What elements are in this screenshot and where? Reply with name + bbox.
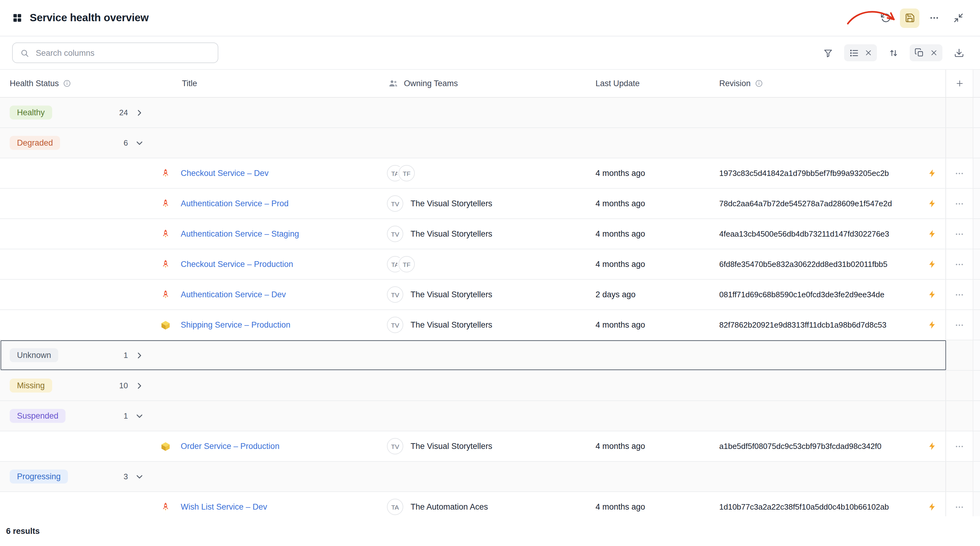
- scrollbar-gutter: [973, 280, 980, 309]
- info-icon[interactable]: [63, 80, 71, 88]
- group-count: 1: [124, 411, 128, 420]
- row-menu-button[interactable]: [955, 320, 964, 330]
- cards-chip[interactable]: [910, 44, 942, 61]
- row-menu-button[interactable]: [955, 502, 964, 512]
- team-label: The Visual Storytellers: [410, 290, 492, 299]
- table-row[interactable]: Wish List Service – Dev TA The Automatio…: [0, 492, 980, 516]
- group-row[interactable]: Missing 10: [0, 371, 980, 401]
- revision-hash: 4feaa13cb4500e56db4db73211d147fd302276e3: [719, 229, 889, 239]
- add-column-button[interactable]: [955, 79, 964, 88]
- close-icon[interactable]: [927, 45, 940, 60]
- scrollbar-gutter: [973, 249, 980, 279]
- team-avatar[interactable]: TA: [387, 499, 403, 515]
- team-avatar[interactable]: TV: [387, 317, 403, 333]
- rocket-icon: [160, 228, 171, 239]
- search-box[interactable]: [12, 43, 218, 63]
- chevron-right-icon[interactable]: [135, 381, 144, 390]
- team-avatar[interactable]: TV: [387, 195, 403, 212]
- team-label: The Automation Aces: [410, 502, 488, 511]
- last-update: 4 months ago: [595, 502, 645, 511]
- search-input[interactable]: [35, 48, 210, 58]
- close-icon[interactable]: [862, 45, 875, 60]
- service-title-link[interactable]: Authentication Service – Prod: [181, 199, 289, 208]
- team-avatar[interactable]: TV: [387, 438, 403, 454]
- service-title-link[interactable]: Authentication Service – Staging: [181, 229, 299, 239]
- team-avatars: TATF: [387, 256, 415, 272]
- group-by-chip[interactable]: [844, 44, 877, 61]
- row-menu-button[interactable]: [955, 199, 964, 209]
- lightning-bolt-button[interactable]: [928, 442, 937, 451]
- table-row[interactable]: Authentication Service – Dev TV The Visu…: [0, 280, 980, 310]
- column-owning-teams: Owning Teams: [404, 79, 458, 88]
- team-avatar[interactable]: TV: [387, 287, 403, 303]
- service-title-link[interactable]: Checkout Service – Production: [181, 259, 293, 269]
- chevron-down-icon[interactable]: [135, 411, 144, 421]
- service-title-link[interactable]: Order Service – Production: [181, 442, 280, 451]
- team-avatar[interactable]: TV: [387, 226, 403, 242]
- lightning-bolt-button[interactable]: [928, 199, 937, 208]
- undo-button[interactable]: [876, 8, 895, 28]
- table-row[interactable]: Order Service – Production TV The Visual…: [0, 431, 980, 462]
- group-count: 24: [119, 108, 128, 117]
- table-row[interactable]: Authentication Service – Staging TV The …: [0, 219, 980, 249]
- cards-icon[interactable]: [912, 45, 927, 60]
- table-row[interactable]: Checkout Service – Production TATF 4 mon…: [0, 249, 980, 280]
- lightning-bolt-button[interactable]: [928, 502, 937, 511]
- chevron-right-icon[interactable]: [135, 350, 144, 360]
- table-row[interactable]: Authentication Service – Prod TV The Vis…: [0, 189, 980, 219]
- info-icon[interactable]: [755, 80, 763, 88]
- teams-icon: [388, 78, 398, 89]
- row-menu-button[interactable]: [955, 259, 964, 269]
- chevron-right-icon[interactable]: [135, 108, 144, 118]
- service-title-link[interactable]: Authentication Service – Dev: [181, 290, 286, 299]
- row-menu-button[interactable]: [955, 441, 964, 451]
- column-health-status: Health Status: [10, 79, 59, 88]
- row-menu-button[interactable]: [955, 229, 964, 239]
- filter-button[interactable]: [819, 44, 837, 62]
- column-revision: Revision: [719, 79, 751, 88]
- scrollbar-gutter: [973, 462, 980, 492]
- status-badge: Degraded: [10, 136, 60, 150]
- group-row[interactable]: Degraded 6: [0, 128, 980, 158]
- download-button[interactable]: [950, 44, 968, 62]
- row-menu-button[interactable]: [955, 168, 964, 178]
- table-row[interactable]: Shipping Service – Production TV The Vis…: [0, 310, 980, 340]
- service-title-link[interactable]: Checkout Service – Dev: [181, 169, 269, 178]
- team-avatars: TV: [387, 195, 403, 212]
- lightning-bolt-button[interactable]: [928, 320, 937, 330]
- team-avatar[interactable]: TF: [398, 256, 415, 272]
- last-update: 2 days ago: [595, 290, 636, 299]
- table-header: Health Status Title Owning Teams Last Up…: [0, 69, 980, 98]
- scrollbar-gutter: [973, 310, 980, 340]
- group-row[interactable]: Progressing 3: [0, 462, 980, 492]
- group-row[interactable]: Unknown 1: [0, 340, 980, 371]
- chevron-down-icon[interactable]: [135, 472, 144, 481]
- lightning-bolt-button[interactable]: [928, 229, 937, 239]
- service-title-link[interactable]: Wish List Service – Dev: [181, 502, 267, 511]
- lightning-bolt-button[interactable]: [928, 169, 937, 178]
- save-button[interactable]: [900, 8, 920, 28]
- service-title-link[interactable]: Shipping Service – Production: [181, 320, 291, 330]
- team-avatars: TATF: [387, 165, 415, 181]
- scrollbar-gutter: [973, 98, 980, 127]
- more-button[interactable]: [924, 8, 943, 28]
- package-icon: [160, 441, 171, 452]
- team-avatar[interactable]: TF: [398, 165, 415, 181]
- team-avatars: TV: [387, 438, 403, 454]
- group-row[interactable]: Healthy 24: [0, 98, 980, 128]
- lightning-bolt-button[interactable]: [928, 259, 937, 269]
- team-avatars: TV: [387, 226, 403, 242]
- lightning-bolt-button[interactable]: [928, 290, 937, 299]
- scrollbar-gutter: [973, 158, 980, 188]
- row-menu-button[interactable]: [955, 290, 964, 299]
- table-row[interactable]: Checkout Service – Dev TATF 4 months ago…: [0, 158, 980, 189]
- sort-button[interactable]: [884, 44, 902, 62]
- column-title: Title: [182, 79, 197, 88]
- toolbar: [0, 37, 980, 69]
- scrollbar-gutter: [973, 70, 980, 97]
- chevron-down-icon[interactable]: [135, 138, 144, 148]
- collapse-button[interactable]: [948, 8, 968, 28]
- search-icon: [20, 48, 29, 57]
- list-icon[interactable]: [846, 45, 862, 60]
- group-row[interactable]: Suspended 1: [0, 401, 980, 431]
